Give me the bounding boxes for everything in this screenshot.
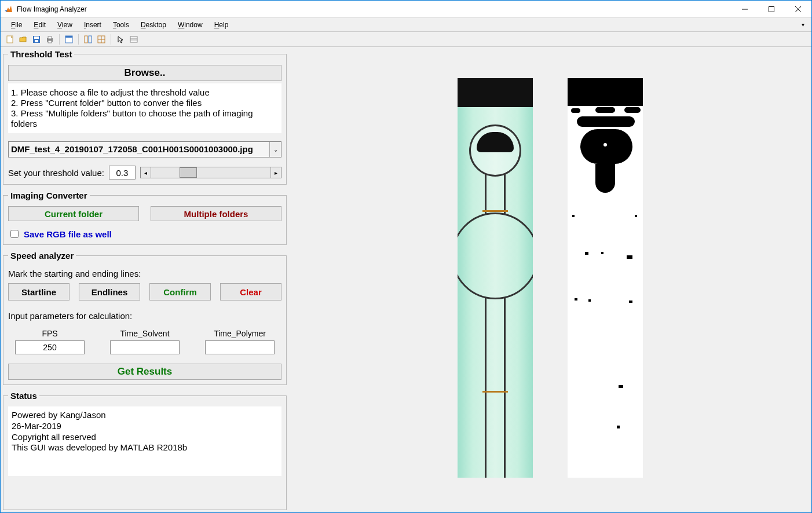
window-controls	[731, 1, 811, 18]
gui-editor-icon[interactable]	[63, 34, 75, 45]
content-area: Threshold Test Browse.. 1. Please choose…	[1, 47, 811, 512]
svg-rect-12	[65, 36, 72, 38]
slider-track[interactable]	[151, 167, 270, 178]
time-polymer-label: Time_Polymer	[214, 329, 266, 338]
dock-icon[interactable]	[82, 34, 94, 45]
print-icon[interactable]	[44, 34, 56, 45]
converter-group: Imaging Converter Current folder Multipl…	[3, 190, 287, 245]
save-icon[interactable]	[31, 34, 42, 45]
maximize-button[interactable]	[758, 1, 785, 18]
window-title: Flow Imaging Analyzer	[17, 5, 731, 13]
dropdown-arrow-icon[interactable]: ⌄	[269, 142, 281, 157]
speed-legend: Speed analyzer	[8, 251, 76, 261]
selected-filename: DMF_test_4_20190107_172058_C001H001S0001…	[9, 142, 269, 157]
time-solvent-input[interactable]	[110, 340, 180, 354]
toolbar	[1, 32, 811, 47]
controls-column: Threshold Test Browse.. 1. Please choose…	[3, 49, 287, 510]
menu-edit[interactable]: Edit	[28, 21, 52, 29]
menu-insert[interactable]: Insert	[78, 21, 107, 29]
svg-rect-7	[35, 40, 38, 42]
time-solvent-param: Time_Solvent	[110, 329, 180, 354]
svg-rect-1	[769, 6, 774, 12]
file-dropdown[interactable]: DMF_test_4_20190107_172058_C001H001S0001…	[8, 141, 281, 157]
menubar-chevron-icon[interactable]: ▾	[802, 21, 807, 28]
menu-tools[interactable]: Tools	[107, 21, 135, 29]
speed-group: Speed analyzer Mark the starting and end…	[3, 251, 287, 385]
fps-param: FPS	[15, 329, 85, 354]
images-column	[291, 49, 809, 510]
threshold-value-input[interactable]	[109, 166, 136, 179]
layout-icon[interactable]	[96, 34, 107, 45]
close-button[interactable]	[785, 1, 811, 18]
toolbar-separator	[111, 34, 111, 45]
menu-window[interactable]: Window	[172, 21, 209, 29]
save-rgb-label: Save RGB file as well	[24, 229, 112, 239]
confirm-button[interactable]: Confirm	[149, 283, 211, 301]
original-image-axes	[458, 78, 533, 478]
clear-button[interactable]: Clear	[220, 283, 281, 301]
endlines-button[interactable]: Endlines	[79, 283, 140, 301]
svg-rect-10	[48, 41, 52, 43]
slider-left-arrow-icon[interactable]: ◂	[141, 167, 151, 178]
binary-image	[568, 78, 643, 478]
time-polymer-input[interactable]	[205, 340, 275, 354]
menu-file[interactable]: File	[5, 21, 28, 29]
binary-image-axes	[568, 78, 643, 478]
status-group: Status Powered by Kang/Jason 26-Mar-2019…	[3, 391, 287, 510]
inspector-icon[interactable]	[128, 34, 140, 45]
startline-button[interactable]: Startline	[8, 283, 70, 301]
new-figure-icon[interactable]	[4, 34, 16, 45]
save-rgb-checkbox[interactable]	[10, 230, 19, 238]
time-solvent-label: Time_Solvent	[120, 329, 169, 338]
mark-lines-label: Mark the starting and ending lines:	[8, 269, 281, 279]
svg-rect-9	[48, 36, 52, 39]
multiple-folders-button[interactable]: Multiple folders	[151, 206, 281, 221]
current-folder-button[interactable]: Current folder	[8, 206, 139, 221]
menubar: File Edit View Insert Tools Desktop Wind…	[1, 18, 811, 32]
viscometer-photo	[458, 78, 533, 478]
main-window: Flow Imaging Analyzer File Edit View Ins…	[0, 0, 812, 513]
threshold-slider[interactable]: ◂ ▸	[140, 167, 281, 178]
titlebar: Flow Imaging Analyzer	[1, 1, 811, 18]
threshold-row: Set your threshold value: ◂ ▸	[8, 166, 281, 179]
status-legend: Status	[8, 391, 39, 401]
threshold-legend: Threshold Test	[8, 49, 74, 59]
slider-thumb[interactable]	[180, 167, 197, 178]
open-icon[interactable]	[17, 34, 29, 45]
status-text: Powered by Kang/Jason 26-Mar-2019 Copyri…	[8, 406, 281, 476]
save-rgb-checkbox-row[interactable]: Save RGB file as well	[8, 228, 281, 240]
matlab-icon	[4, 5, 13, 14]
threshold-label: Set your threshold value:	[8, 168, 104, 178]
svg-rect-13	[85, 36, 87, 43]
svg-rect-18	[130, 36, 137, 42]
pointer-icon[interactable]	[115, 34, 126, 45]
instructions-text: 1. Please choose a file to adjust the th…	[8, 83, 281, 133]
svg-rect-6	[34, 36, 39, 39]
get-results-button[interactable]: Get Results	[8, 364, 281, 380]
fps-input[interactable]	[15, 340, 85, 354]
slider-right-arrow-icon[interactable]: ▸	[270, 167, 281, 178]
toolbar-separator	[59, 34, 60, 45]
toolbar-separator	[78, 34, 79, 45]
threshold-group: Threshold Test Browse.. 1. Please choose…	[3, 49, 287, 185]
svg-rect-14	[89, 36, 92, 43]
menu-view[interactable]: View	[52, 21, 78, 29]
fps-label: FPS	[42, 329, 57, 338]
input-params-label: Input parameters for calculation:	[8, 311, 281, 321]
time-polymer-param: Time_Polymer	[205, 329, 275, 354]
browse-button[interactable]: Browse..	[8, 65, 281, 81]
menu-help[interactable]: Help	[209, 21, 235, 29]
menu-desktop[interactable]: Desktop	[135, 21, 172, 29]
converter-legend: Imaging Converter	[8, 190, 90, 200]
minimize-button[interactable]	[731, 1, 758, 18]
